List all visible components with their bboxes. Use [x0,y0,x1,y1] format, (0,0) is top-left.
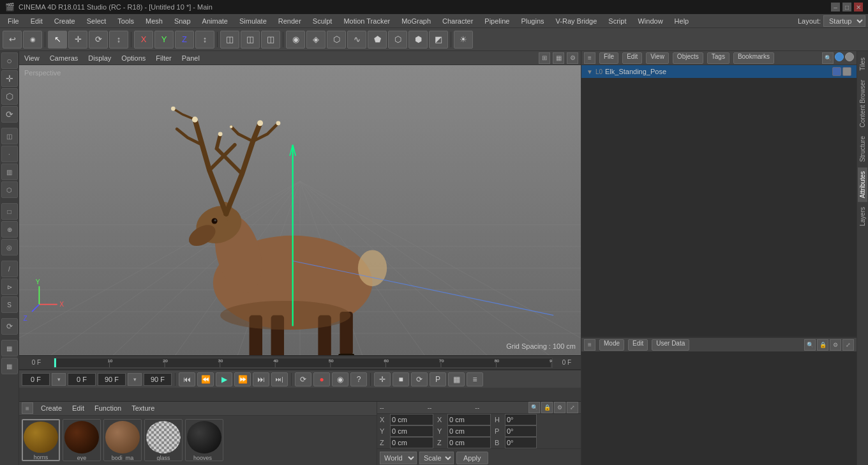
primitive-cube[interactable]: ◉ [286,31,305,49]
layout-select[interactable]: Startup [823,15,865,27]
viewport-canvas[interactable]: X Y Z [19,65,581,355]
obj-objects[interactable]: Objects [673,52,703,64]
axis-y[interactable]: Y [154,31,174,49]
coord-h-rot[interactable] [505,414,537,425]
keyframe-rot[interactable]: ⟳ [411,372,428,386]
goto-end-button[interactable]: ⏭ [253,372,269,386]
keyframe-add[interactable]: ✛ [374,372,391,386]
menu-sculpt[interactable]: Sculpt [308,16,338,26]
frame-step-up[interactable]: ▾ [128,373,142,386]
menu-select[interactable]: Select [82,16,112,26]
vt-display[interactable]: Display [86,53,114,63]
motion-button[interactable]: ◉ [332,372,348,386]
lp-layer1[interactable]: ▦ [1,340,18,356]
material[interactable]: ◩ [429,31,448,49]
lp-axis[interactable]: ⊕ [1,221,18,238]
keyframe-square[interactable]: ■ [393,372,409,386]
vt-cameras[interactable]: Cameras [47,53,81,63]
undo-button[interactable]: ↩ [3,31,22,49]
coord-p-rot[interactable] [505,425,537,437]
menu-snap[interactable]: Snap [169,16,196,26]
lp-s[interactable]: S [1,296,18,313]
mode-scale[interactable]: ↕ [109,31,128,49]
obj-item-elk[interactable]: ▼ L0 Elk_Standing_Pose [581,65,857,78]
spline[interactable]: ∿ [347,31,366,49]
menu-vray[interactable]: V-Ray Bridge [551,16,602,26]
obj-mode[interactable]: ◫ [220,31,239,49]
mode-select[interactable]: ↖ [48,31,67,49]
attr-search[interactable]: 🔍 [804,339,816,351]
pt-mode[interactable]: ◫ [241,31,260,49]
tab-attributes[interactable]: Attributes [858,167,867,202]
menu-script[interactable]: Script [603,16,631,26]
attr-settings[interactable]: ⚙ [830,339,841,351]
coord-expand[interactable]: ⤢ [567,402,578,413]
mat-menu[interactable]: ≡ [22,402,33,414]
obj-view[interactable]: View [646,52,669,64]
coord-z-scale[interactable] [447,437,491,448]
lp-layer2[interactable]: ▦ [1,358,18,374]
vp-layout[interactable]: ▦ [553,52,564,64]
close-button[interactable]: ✕ [854,3,863,11]
lp-angle[interactable]: / [1,261,18,277]
mat-texture[interactable]: Texture [129,403,157,413]
mat-eye[interactable]: eye [63,419,101,461]
help-button[interactable]: ? [350,372,367,386]
attr-mode[interactable]: Mode [599,339,624,351]
obj-tags[interactable]: Tags [707,52,730,64]
keyframe-p[interactable]: P [430,372,446,386]
world-select[interactable]: World Object [380,452,417,464]
mode-rotate[interactable]: ⟳ [89,31,108,49]
end-frame-input[interactable] [98,373,126,386]
vt-panel[interactable]: Panel [179,53,202,63]
mat-body[interactable]: bodi_ma [103,419,142,461]
menu-plugins[interactable]: Plugins [516,16,549,26]
vt-filter[interactable]: Filter [153,53,174,63]
coord-x-pos[interactable] [390,414,433,425]
tag[interactable]: ⬢ [408,31,428,49]
minimize-button[interactable]: – [831,3,840,11]
menu-create[interactable]: Create [49,16,80,26]
record-active-button[interactable]: ⟳ [295,372,311,386]
coord-system[interactable]: ↕ [195,31,214,49]
obj-menu[interactable]: ≡ [584,52,595,64]
lp-magnet[interactable]: ⟳ [1,318,18,335]
lp-live-sel[interactable]: ○ [1,52,18,69]
loop-end-button[interactable]: ⏭| [271,372,288,386]
menu-window[interactable]: Window [632,16,668,26]
goto-start-button[interactable]: ⏮ [179,372,195,386]
mode-move[interactable]: ✛ [68,31,87,49]
menu-mograph[interactable]: MoGraph [396,16,436,26]
mat-edit[interactable]: Edit [70,403,87,413]
coord-lock[interactable]: 🔒 [541,402,553,413]
lp-move[interactable]: ✛ [1,70,18,87]
menu-mesh[interactable]: Mesh [140,16,168,26]
nurbs[interactable]: ◈ [306,31,326,49]
lp-snap[interactable]: □ [1,203,18,220]
lp-world[interactable]: ◎ [1,239,18,255]
mat-hooves[interactable]: hooves_ [185,419,223,461]
attr-lock[interactable]: 🔒 [817,339,828,351]
vt-view[interactable]: View [22,53,42,63]
lp-rotate[interactable]: ⟳ [1,106,18,123]
frame-goto-input[interactable] [68,373,96,386]
menu-edit[interactable]: Edit [26,16,48,26]
titlebar-controls[interactable]: – □ ✕ [831,3,863,11]
coord-y-pos[interactable] [390,425,433,437]
menu-tools[interactable]: Tools [112,16,139,26]
attr-edit[interactable]: Edit [628,339,648,351]
scale-select[interactable]: Scale Size [419,452,454,464]
coord-settings[interactable]: ⚙ [554,402,565,413]
lp-poly-mode[interactable]: ▥ [1,164,18,180]
coord-z-pos[interactable] [390,437,433,448]
play-button[interactable]: ▶ [216,372,232,386]
mat-glass[interactable]: glass [144,419,183,461]
lp-scale[interactable]: ⬡ [1,88,18,105]
vp-maximize[interactable]: ⊞ [539,52,550,64]
axis-z[interactable]: Z [175,31,194,49]
menu-pipeline[interactable]: Pipeline [479,16,514,26]
coord-search[interactable]: 🔍 [528,402,540,413]
tab-structure[interactable]: Structure [858,132,867,166]
menu-simulate[interactable]: Simulate [234,16,272,26]
tab-layers[interactable]: Layers [858,203,867,230]
